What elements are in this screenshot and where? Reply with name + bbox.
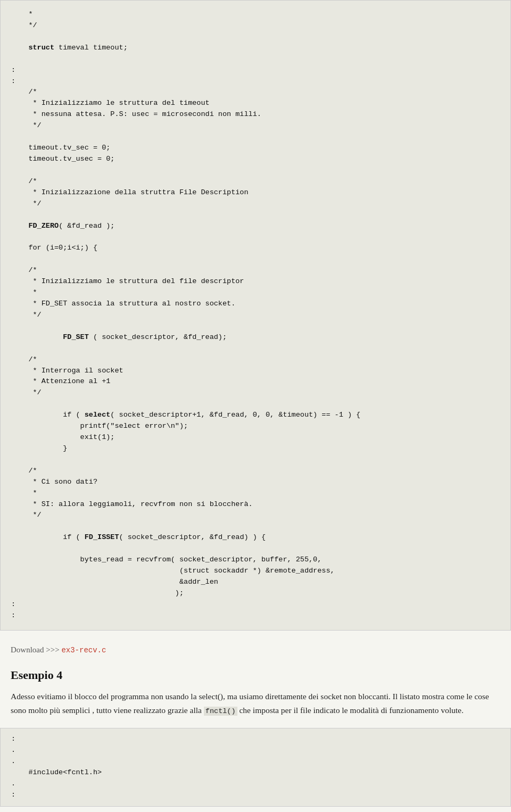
- body-text-part2: che imposta per il file indicato le moda…: [237, 706, 464, 715]
- section-body-esempio4: Adesso evitiamo il blocco del programma …: [11, 690, 500, 717]
- code-block-top: * */ struct timeval timeout; : : /* * In…: [0, 0, 511, 631]
- download-label: Download >>>: [11, 645, 61, 654]
- page-container: * */ struct timeval timeout; : : /* * In…: [0, 0, 511, 812]
- code-line-bottom: : . . #include<fcntl.h> . :: [11, 735, 102, 799]
- download-file-link[interactable]: ex3-recv.c: [61, 646, 106, 654]
- code-block-bottom: : . . #include<fcntl.h> . :: [0, 728, 511, 807]
- inline-code-fnctl: fnctl(): [204, 707, 237, 716]
- prose-section: Download >>> ex3-recv.c Esempio 4 Adesso…: [0, 631, 511, 728]
- download-link-line: Download >>> ex3-recv.c: [11, 643, 500, 656]
- code-line: * */ struct timeval timeout; : : /* * In…: [11, 10, 360, 619]
- section-title-esempio4: Esempio 4: [11, 666, 500, 684]
